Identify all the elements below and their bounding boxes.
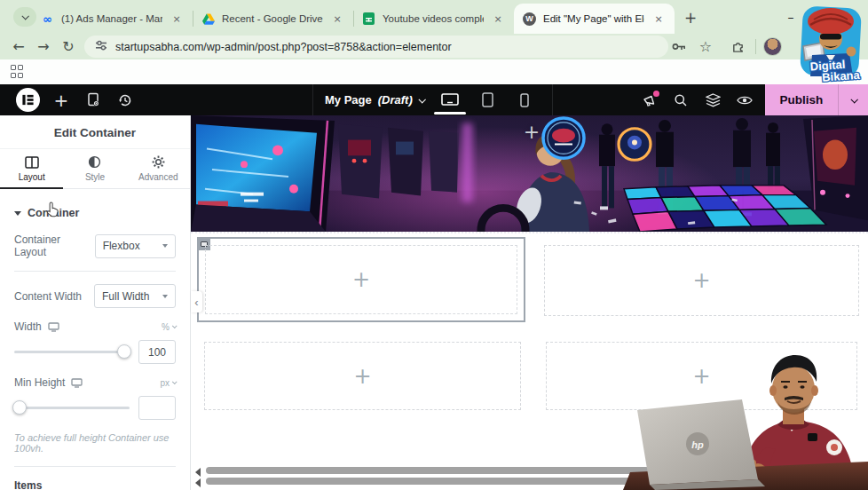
history-icon[interactable] xyxy=(110,84,140,115)
container-section-header[interactable]: Container xyxy=(0,189,190,233)
elementor-topbar: + My Page (Draft) xyxy=(0,84,868,115)
google-sheets-icon xyxy=(362,12,375,26)
scroll-left-icon[interactable] xyxy=(195,478,201,487)
panel-tabs: Layout Style Advanced xyxy=(0,148,190,189)
min-height-slider-thumb[interactable] xyxy=(12,400,27,415)
height-hint-text: To achieve full height Container use 100… xyxy=(14,432,176,454)
editor-canvas: + + + + + ‹ xyxy=(191,115,868,490)
add-widget-icon[interactable]: + xyxy=(521,121,542,142)
publish-button[interactable]: Publish xyxy=(765,84,838,115)
scroll-left-icon[interactable] xyxy=(195,468,201,477)
elementor-edit-panel: Edit Container Layout Style Advanced Con… xyxy=(0,115,191,490)
presenter-figure: hp xyxy=(611,339,868,490)
container-layout-select[interactable]: Flexbox xyxy=(95,234,176,258)
app-window: ∞ (1) Ads Manager - Manage ads × Recent … xyxy=(0,0,868,490)
meta-icon: ∞ xyxy=(41,12,54,26)
tab-style[interactable]: Style xyxy=(63,149,126,188)
tab-youtube-sheet[interactable]: Youtube videos complete topic × xyxy=(353,4,514,34)
section-caret-icon xyxy=(14,211,21,216)
topbar-divider xyxy=(312,84,313,115)
page-status: (Draft) xyxy=(378,93,413,107)
publish-options-button[interactable] xyxy=(838,84,868,115)
add-element-button[interactable]: + xyxy=(46,84,76,115)
container-empty[interactable]: + xyxy=(544,245,859,316)
panel-collapse-button[interactable]: ‹ xyxy=(191,291,202,312)
container-layout-label: Container Layout xyxy=(14,233,95,258)
structure-layers-icon[interactable] xyxy=(698,84,728,115)
close-icon[interactable]: × xyxy=(170,12,184,26)
new-tab-button[interactable]: + xyxy=(680,7,701,28)
close-icon[interactable]: × xyxy=(651,12,666,26)
width-label-group: Width xyxy=(14,320,59,333)
width-slider-thumb[interactable] xyxy=(117,344,131,359)
url-text: startupsabha.com/wp-admin/post.php?post=… xyxy=(115,41,452,53)
elementor-logo[interactable] xyxy=(16,88,40,112)
tab-layout[interactable]: Layout xyxy=(0,149,63,188)
browser-tabs: ∞ (1) Ads Manager - Manage ads × Recent … xyxy=(32,4,675,34)
page-settings-icon[interactable] xyxy=(78,84,108,115)
min-height-label-group: Min Height xyxy=(14,376,83,389)
back-icon[interactable]: ← xyxy=(7,36,30,58)
device-desktop-button[interactable] xyxy=(434,84,466,115)
responsive-monitor-icon[interactable] xyxy=(71,378,83,388)
layout-columns-icon xyxy=(25,156,39,169)
tab-google-drive[interactable]: Recent - Google Drive × xyxy=(193,4,353,34)
min-height-slider[interactable] xyxy=(14,407,130,409)
bookmark-star-icon[interactable]: ☆ xyxy=(694,36,717,58)
chevron-down-icon xyxy=(21,12,28,20)
select-caret-icon xyxy=(162,295,168,298)
browser-tabstrip: ∞ (1) Ads Manager - Manage ads × Recent … xyxy=(0,0,868,34)
width-header-row: Width % xyxy=(14,320,176,333)
container-empty[interactable]: + xyxy=(204,342,521,410)
tab-advanced[interactable]: Advanced xyxy=(127,149,190,188)
tab-label: Recent - Google Drive xyxy=(222,13,323,24)
page-title-dropdown[interactable]: My Page (Draft) xyxy=(325,84,424,115)
add-widget-icon[interactable]: + xyxy=(352,269,370,290)
device-tablet-button[interactable] xyxy=(471,84,503,115)
password-key-icon[interactable] xyxy=(667,36,690,58)
profile-avatar[interactable] xyxy=(763,37,782,56)
chevron-down-icon xyxy=(172,323,178,328)
min-height-header-row: Min Height px xyxy=(14,376,176,389)
tab-elementor-active[interactable]: W Edit "My Page" with Elementor × xyxy=(514,4,675,34)
extensions-icon[interactable] xyxy=(726,36,749,58)
width-unit-select[interactable]: % xyxy=(162,322,176,332)
width-label: Width xyxy=(14,320,42,333)
width-input[interactable] xyxy=(138,340,176,364)
width-slider-row xyxy=(14,340,176,364)
close-icon[interactable]: × xyxy=(330,12,344,26)
hero-image-section[interactable]: + xyxy=(191,115,868,233)
address-bar[interactable]: startupsabha.com/wp-admin/post.php?post=… xyxy=(84,36,668,58)
unit-value: px xyxy=(160,378,170,388)
close-icon[interactable]: × xyxy=(491,12,505,26)
reload-icon[interactable]: ↻ xyxy=(57,36,80,58)
divider xyxy=(14,271,176,272)
wordpress-icon: W xyxy=(523,12,536,26)
responsive-monitor-icon[interactable] xyxy=(48,322,59,332)
forward-icon[interactable]: → xyxy=(32,36,55,58)
gear-icon xyxy=(152,155,165,169)
add-widget-icon[interactable]: + xyxy=(692,270,710,291)
tab-label: Layout xyxy=(19,172,45,182)
whats-new-megaphone-icon[interactable] xyxy=(635,84,665,115)
apps-grid-icon[interactable] xyxy=(11,65,24,78)
content-width-select[interactable]: Full Width xyxy=(94,284,176,308)
add-widget-icon[interactable]: + xyxy=(353,366,371,387)
preview-eye-icon[interactable] xyxy=(730,84,760,115)
container-selected[interactable]: + xyxy=(197,237,525,322)
site-settings-icon[interactable] xyxy=(95,39,107,55)
min-height-unit-select[interactable]: px xyxy=(160,378,176,388)
toolbar-divider xyxy=(755,39,756,54)
container-inner-area: + xyxy=(205,245,517,314)
width-slider[interactable] xyxy=(14,351,130,353)
chevron-down-icon xyxy=(850,96,857,103)
tab-ads-manager[interactable]: ∞ (1) Ads Manager - Manage ads × xyxy=(32,4,193,34)
device-mobile-button[interactable] xyxy=(509,84,541,115)
page-title: My Page xyxy=(325,93,372,107)
tab-label: Advanced xyxy=(138,172,178,182)
min-height-input[interactable] xyxy=(138,396,176,420)
finder-search-icon[interactable] xyxy=(666,84,696,115)
chevron-down-icon xyxy=(418,96,425,103)
content-width-label: Content Width xyxy=(14,290,82,303)
mascot-figure: Digital Bikana xyxy=(791,0,868,86)
